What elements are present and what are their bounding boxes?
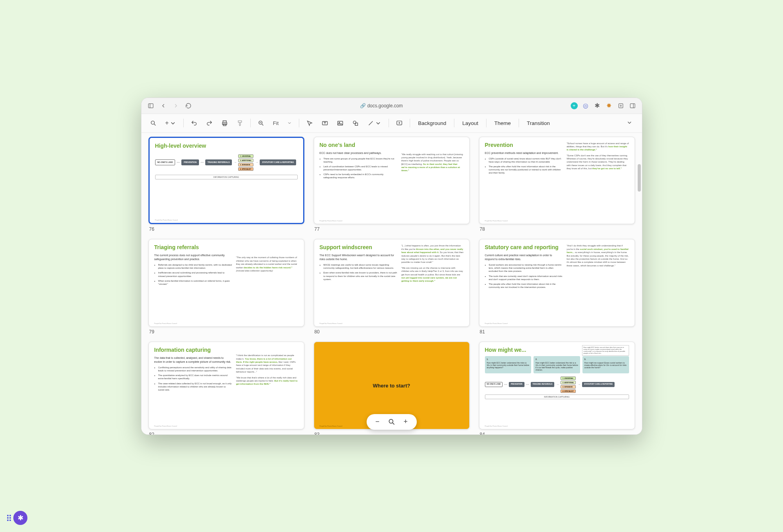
slide-78[interactable]: Prevention ECC prevention methods need a… xyxy=(479,137,635,224)
diagram-box: PREVENTION xyxy=(181,159,199,166)
slide-84[interactable]: How might we... How might ECC better use… xyxy=(479,342,635,429)
image-icon[interactable] xyxy=(334,118,347,129)
slide-footer: PeopleToo Pivotal Essex Council xyxy=(485,220,508,222)
zoom-select[interactable]: Fit xyxy=(270,119,295,128)
share-icon[interactable] xyxy=(617,102,625,110)
browser-window: 🔗docs.google.com + ◎ ✱ ✸ + Fit Backgroun… xyxy=(141,98,642,435)
tabs-icon[interactable] xyxy=(629,102,637,110)
bullet-list: Social workers are accustomed to viewing… xyxy=(485,263,563,289)
slide-title: Statutory care and reporting xyxy=(485,244,563,250)
search-icon[interactable] xyxy=(147,118,160,129)
quote: "[...] what happens is often, you just t… xyxy=(401,244,463,264)
textbox-icon[interactable] xyxy=(318,118,331,129)
slide-title: No one's land xyxy=(320,142,398,148)
reload-icon[interactable] xyxy=(184,102,192,110)
slide-title: Where to start? xyxy=(373,383,410,389)
slide-79[interactable]: Triaging referrals The current process d… xyxy=(148,239,304,327)
list-item: The people who often hold the most infor… xyxy=(489,165,563,174)
extension-icon-3[interactable]: ✱ xyxy=(593,102,601,110)
slides-toolbar: + Fit Background Layout Theme Transition xyxy=(141,114,642,133)
extension-icon-2[interactable]: ◎ xyxy=(582,102,590,110)
tier-tag: 2. ADDITIONAL xyxy=(238,159,253,162)
back-icon[interactable] xyxy=(159,102,167,110)
tier-tag: 4. SPECIALIST xyxy=(561,389,576,393)
list-item: Inefficiencies around submitting and pro… xyxy=(158,271,232,277)
fab-button[interactable]: ✱ xyxy=(13,511,27,525)
hmw-cards: 1.How might ECC better understand the ri… xyxy=(485,356,629,373)
quote: "Some CSPs don't see the use of they the… xyxy=(566,154,629,170)
bullet-list: MACE meetings are useful to talk about s… xyxy=(320,263,398,280)
background-button[interactable]: Background xyxy=(414,118,450,128)
list-item: The case-related data collected by ECC i… xyxy=(158,382,232,391)
slide-footer: PeopleToo Pivotal Essex Council xyxy=(320,220,342,222)
svg-line-20 xyxy=(369,121,373,125)
slide-77[interactable]: No one's land ECC does not have clear pr… xyxy=(314,137,470,224)
slide-81[interactable]: Statutory care and reporting Current cul… xyxy=(479,239,635,327)
fab-grip-icon[interactable] xyxy=(7,515,11,521)
zoom-plus-button[interactable]: + xyxy=(400,416,411,427)
tier-tag: 1. UNIVERSAL xyxy=(238,154,253,158)
slide-number: 83 xyxy=(315,432,470,434)
cursor-icon[interactable] xyxy=(303,118,316,129)
print-icon[interactable] xyxy=(218,118,231,129)
info-bar: INFORMATION CAPTURING xyxy=(485,394,629,399)
list-item: The quantitative analyzed by ECC does no… xyxy=(158,374,232,380)
slide-title: Triaging referrals xyxy=(154,244,232,250)
slide-number: 84 xyxy=(480,432,635,434)
bullet-list: There are some groups of young people th… xyxy=(320,157,398,179)
diagram: NO-ONE'S LAND ⋯ PREVENTION ⋯ TRIAGING RE… xyxy=(155,154,298,171)
list-item: CSPs (outside of social care) know about… xyxy=(489,157,563,163)
sticky-note: How might ECC better use and share data … xyxy=(582,345,629,356)
paint-format-icon[interactable] xyxy=(233,118,246,129)
diagram-box: NO-ONE'S LAND xyxy=(485,382,503,387)
scrollbar-thumb[interactable] xyxy=(638,164,641,192)
transition-button[interactable]: Transition xyxy=(523,118,554,128)
slide-76[interactable]: High-level overview NO-ONE'S LAND ⋯ PREV… xyxy=(148,137,304,224)
svg-line-6 xyxy=(154,124,156,125)
slide-number: 80 xyxy=(315,329,470,335)
list-item: The tools that are currently used don't … xyxy=(489,275,563,281)
list-item: Even when extra-familial risks are known… xyxy=(324,271,398,280)
svg-line-25 xyxy=(392,423,394,425)
slide-number: 78 xyxy=(480,226,635,232)
toolbar-collapse-icon[interactable] xyxy=(622,117,637,129)
list-item: Social workers are accustomed to viewing… xyxy=(489,263,563,273)
extension-badge-1[interactable]: + xyxy=(571,102,578,109)
add-comment-icon[interactable] xyxy=(393,118,406,129)
list-item: When extra-familial information is submi… xyxy=(158,279,232,286)
quote: "We know that that's where a lot of the … xyxy=(236,376,298,386)
diagram-box: NO-ONE'S LAND xyxy=(155,159,175,166)
zoom-out-icon[interactable] xyxy=(255,118,268,129)
slide-number: 82 xyxy=(149,432,304,434)
slide-number: 76 xyxy=(149,226,304,232)
extension-icon-4[interactable]: ✸ xyxy=(605,102,613,110)
redo-icon[interactable] xyxy=(203,118,216,129)
slide-footer: PeopleToo Pivotal Essex Council xyxy=(320,425,342,427)
slide-82[interactable]: Information capturing The data that is c… xyxy=(148,342,304,429)
theme-button[interactable]: Theme xyxy=(490,118,515,128)
list-item: Referrals are designed to be child and f… xyxy=(158,263,232,270)
shape-icon[interactable] xyxy=(349,118,362,129)
undo-icon[interactable] xyxy=(188,118,201,129)
layout-button[interactable]: Layout xyxy=(458,118,482,128)
tier-tag: 2. ADDITIONAL xyxy=(561,381,576,384)
quote: "We are missing out on the chance to int… xyxy=(401,266,463,283)
url-bar[interactable]: 🔗docs.google.com xyxy=(197,103,566,109)
svg-rect-0 xyxy=(148,103,153,108)
list-item: There are some groups of young people th… xyxy=(324,157,398,163)
line-icon[interactable] xyxy=(364,118,385,129)
new-slide-button[interactable]: + xyxy=(162,117,179,129)
svg-point-18 xyxy=(353,121,356,123)
bullet-list: CSPs (outside of social care) know about… xyxy=(485,157,563,174)
list-item: CSPs need to be formally embedded in ECC… xyxy=(324,173,398,179)
slide-footer: PeopleToo Pivotal Essex Council xyxy=(320,322,342,324)
zoom-reset-icon[interactable] xyxy=(386,416,397,427)
slide-subtitle: The ECC Support Windscreen wasn't design… xyxy=(320,253,398,261)
list-item: Conflicting perceptions around the sensi… xyxy=(158,366,232,372)
sidebar-toggle-icon[interactable] xyxy=(147,102,155,110)
slide-subtitle: ECC does not have clear processes and pa… xyxy=(320,151,398,155)
info-bar: INFORMATION CAPTURING xyxy=(155,175,298,179)
zoom-minus-button[interactable]: − xyxy=(372,416,383,427)
diagram-box: STATUTORY CARE & REPORTING xyxy=(260,159,296,166)
slide-80[interactable]: Support windscreen The ECC Support Winds… xyxy=(314,239,470,327)
